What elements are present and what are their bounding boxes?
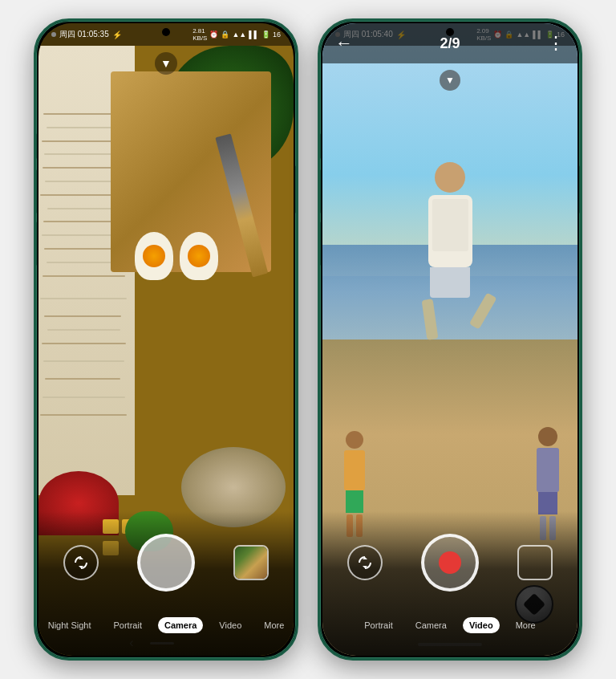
egg-1 [135, 232, 173, 280]
main-player [410, 162, 490, 340]
lock-icon: 🔒 [221, 30, 229, 39]
gallery-button-2[interactable] [517, 545, 553, 580]
mode-portrait[interactable]: Portrait [107, 617, 148, 633]
gallery-thumbnail [235, 547, 267, 579]
flip-camera-button-2[interactable] [347, 545, 383, 580]
camera-controls-2: Portrait Camera Video More [322, 511, 578, 656]
volume-down-button[interactable] [34, 222, 37, 266]
egg-area [135, 224, 223, 288]
phone-2-frame: 周四 01:05:40 ⚡ 2.09KB/S ⏰ 🔒 ▲▲ ▌▌ 🔋 16 ← … [318, 18, 582, 661]
mode-night-sight[interactable]: Night Sight [42, 617, 98, 633]
power-button-2[interactable] [579, 165, 582, 213]
mode-camera-2[interactable]: Camera [409, 617, 453, 633]
wifi-icon: ▲▲ [232, 30, 246, 39]
phone-2-screen: 周四 01:05:40 ⚡ 2.09KB/S ⏰ 🔒 ▲▲ ▌▌ 🔋 16 ← … [322, 23, 578, 656]
more-options-button[interactable]: ⋮ [547, 33, 565, 54]
flash-icon: ⚡ [112, 30, 122, 39]
dropdown-chevron-2[interactable]: ▼ [440, 70, 460, 91]
mode-video[interactable]: Video [213, 617, 248, 633]
knife [215, 133, 268, 277]
mode-tabs-2: Portrait Camera Video More [322, 617, 578, 633]
mode-video-2[interactable]: Video [463, 617, 500, 633]
clock-icon: ⏰ [209, 30, 218, 39]
record-dot [439, 551, 461, 574]
silent-button[interactable] [34, 133, 37, 159]
mode-portrait-2[interactable]: Portrait [358, 617, 399, 633]
silent-button-2[interactable] [318, 133, 321, 159]
shutter-button[interactable] [137, 534, 195, 592]
mode-camera[interactable]: Camera [158, 617, 203, 633]
volume-up-button[interactable] [34, 169, 37, 213]
gallery-button[interactable] [233, 545, 269, 580]
carrier-dot [51, 32, 56, 37]
phone-2: 周四 01:05:40 ⚡ 2.09KB/S ⏰ 🔒 ▲▲ ▌▌ 🔋 16 ← … [318, 18, 582, 661]
shutter-row [38, 534, 294, 592]
phone-1-screen: 周四 01:05:35 ⚡ 2.81KB/S ⏰ 🔒 ▲▲ ▌▌ 🔋 16 ▼ [38, 23, 294, 656]
mode-more-2[interactable]: More [509, 617, 542, 633]
battery-level: 16 [273, 30, 281, 39]
status-right: 2.81KB/S ⏰ 🔒 ▲▲ ▌▌ 🔋 16 [192, 27, 281, 42]
flip-camera-button[interactable] [63, 545, 99, 580]
phone-1: 周四 01:05:35 ⚡ 2.81KB/S ⏰ 🔒 ▲▲ ▌▌ 🔋 16 ▼ [34, 18, 298, 661]
front-camera [162, 28, 170, 36]
power-button[interactable] [295, 165, 298, 213]
photo-counter: 2/9 [440, 35, 460, 52]
volume-up-button-2[interactable] [318, 169, 321, 213]
shutter-button-2[interactable] [421, 534, 479, 592]
dropdown-chevron[interactable]: ▼ [155, 52, 177, 75]
volume-down-button-2[interactable] [318, 222, 321, 266]
phone-1-frame: 周四 01:05:35 ⚡ 2.81KB/S ⏰ 🔒 ▲▲ ▌▌ 🔋 16 ▼ [34, 18, 298, 661]
camera-controls: Night Sight Portrait Camera Video More [38, 511, 294, 656]
mode-more[interactable]: More [257, 617, 290, 633]
front-camera-2 [446, 28, 454, 36]
mode-tabs: Night Sight Portrait Camera Video More [38, 617, 294, 633]
signal-bars: ▌▌ [249, 30, 259, 39]
shutter-row-2 [322, 534, 578, 592]
status-left: 周四 01:05:35 ⚡ [51, 29, 122, 40]
back-button[interactable]: ← [335, 33, 353, 54]
time-display: 周四 01:05:35 [59, 29, 109, 40]
battery-icon: 🔋 [261, 30, 270, 39]
data-speed: 2.81KB/S [192, 27, 207, 42]
egg-2 [180, 232, 218, 280]
